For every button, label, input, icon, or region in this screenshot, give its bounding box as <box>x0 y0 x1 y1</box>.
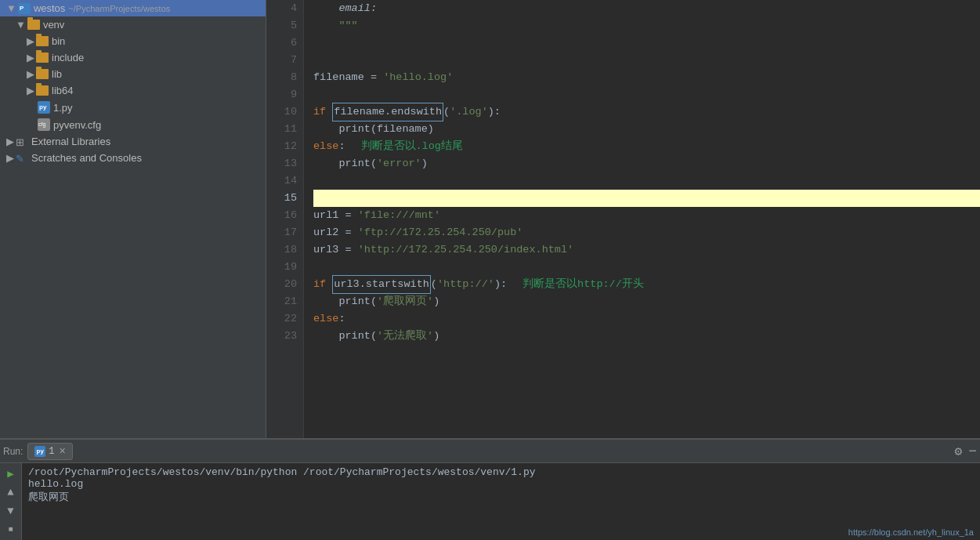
output-line-1: /root/PycharmProjects/westos/venv/bin/py… <box>28 466 974 478</box>
code-line-14 <box>313 172 980 190</box>
scratch-icon: ✎ <box>16 153 28 164</box>
code-text: ) <box>421 155 428 172</box>
sidebar-item-scratches[interactable]: ▶ ✎ Scratches and Consoles <box>0 150 266 166</box>
line-num-23: 23 <box>273 328 297 345</box>
close-tab-button[interactable]: × <box>60 445 66 458</box>
code-text: else <box>313 138 338 155</box>
scroll-up-button[interactable]: ▲ <box>3 485 19 501</box>
line-num-18: 18 <box>273 241 297 259</box>
code-text: '爬取网页' <box>377 293 433 310</box>
line-num-14: 14 <box>273 172 297 190</box>
code-line-12: else: 判断是否以.log结尾 <box>313 138 980 155</box>
code-text: ( <box>431 276 437 293</box>
code-line-21: print('爬取网页') <box>313 293 980 310</box>
sidebar-item-include[interactable]: ▶ include <box>0 49 266 66</box>
arrow-icon: ▼ <box>6 2 16 14</box>
code-text: ( <box>443 103 450 121</box>
code-text: ): <box>494 276 507 293</box>
sidebar-label-scratches: Scratches and Consoles <box>31 152 142 164</box>
line-num-6: 6 <box>273 34 297 52</box>
code-text: '.log' <box>450 103 488 121</box>
code-text: print( <box>313 293 377 310</box>
code-line-10: if filename.endswith('.log'): <box>313 103 980 121</box>
sidebar-item-westos[interactable]: ▼ P westos ~/PycharmProjects/westos <box>0 0 266 16</box>
code-lines[interactable]: email: """ filename = 'hello.log' <box>304 0 980 438</box>
line-num-7: 7 <box>273 52 297 69</box>
code-text: """ <box>313 17 358 34</box>
arrow-icon: ▶ <box>27 68 34 80</box>
code-text: ): <box>488 103 501 121</box>
code-line-22: else: <box>313 310 980 328</box>
sidebar-item-1py[interactable]: 1.py <box>0 99 266 116</box>
line-num-12: 12 <box>273 138 297 155</box>
main-area: ▼ P westos ~/PycharmProjects/westos ▼ ve… <box>0 0 980 438</box>
project-folder-icon: P <box>18 3 31 14</box>
code-text: print( <box>313 328 377 345</box>
arrow-icon: ▶ <box>6 152 14 164</box>
code-text: url1 = <box>313 207 358 224</box>
code-text: 'error' <box>377 155 421 172</box>
line-num-21: 21 <box>273 293 297 310</box>
watermark: https://blog.csdn.net/yh_linux_1a <box>848 527 974 537</box>
folder-icon <box>36 69 49 79</box>
code-line-5: """ <box>313 17 980 34</box>
bottom-content: ▶ ▲ ▼ ■ /root/PycharmProjects/westos/ven… <box>0 463 980 540</box>
code-text: filename.endswith <box>332 103 443 121</box>
stop-button[interactable]: ■ <box>3 522 19 538</box>
code-text: print(filename) <box>313 121 434 138</box>
output-line-2: hello.log <box>28 478 974 490</box>
line-num-22: 22 <box>273 310 297 328</box>
line-num-13: 13 <box>273 155 297 172</box>
line-num-10: 10 <box>273 103 297 121</box>
arrow-icon: ▶ <box>6 136 14 147</box>
line-num-16: 16 <box>273 207 297 224</box>
code-text: 'ftp://172.25.254.250/pub' <box>358 224 523 241</box>
settings-icon[interactable]: ⚙ <box>955 444 963 459</box>
sidebar-label-1py: 1.py <box>53 102 73 114</box>
sidebar-item-lib[interactable]: ▶ lib <box>0 66 266 82</box>
sidebar-item-lib64[interactable]: ▶ lib64 <box>0 82 266 99</box>
code-line-13: print('error') <box>313 155 980 172</box>
code-line-9 <box>313 86 980 103</box>
sidebar-label-lib64: lib64 <box>52 85 73 96</box>
comment-text: 判断是否以http://开头 <box>523 276 644 293</box>
sidebar-item-venv[interactable]: ▼ venv <box>0 16 266 33</box>
sidebar-item-external-libraries[interactable]: ▶ ⊞ External Libraries <box>0 133 266 150</box>
folder-icon <box>36 85 49 96</box>
sidebar-label-external: External Libraries <box>31 136 110 147</box>
code-line-7 <box>313 52 980 69</box>
line-num-8: 8 <box>273 69 297 86</box>
line-num-19: 19 <box>273 259 297 276</box>
run-tab-1[interactable]: py 1 × <box>27 443 73 460</box>
arrow-icon: ▼ <box>16 19 26 31</box>
code-text: url3.startswith <box>332 275 431 294</box>
folder-icon <box>27 20 40 30</box>
code-text: '无法爬取' <box>377 328 433 345</box>
sidebar-item-pyvenv[interactable]: pyvenv.cfg <box>0 116 266 133</box>
arrow-icon: ▶ <box>27 35 34 47</box>
folder-icon <box>36 36 49 46</box>
minimize-icon[interactable]: − <box>968 444 977 459</box>
code-text: email: <box>313 0 377 17</box>
code-text: ) <box>433 328 439 345</box>
python-file-icon <box>38 101 50 114</box>
sidebar-item-bin[interactable]: ▶ bin <box>0 33 266 49</box>
line-num-9: 9 <box>273 86 297 103</box>
arrow-icon: ▶ <box>27 85 34 96</box>
code-text: else <box>313 310 338 328</box>
code-line-23: print('无法爬取') <box>313 328 980 345</box>
sidebar-label-lib: lib <box>52 68 62 80</box>
line-num-5: 5 <box>273 17 297 34</box>
scroll-down-button[interactable]: ▼ <box>3 503 19 519</box>
play-button[interactable]: ▶ <box>3 466 19 482</box>
run-label: Run: <box>3 446 23 457</box>
cfg-file-icon <box>38 118 50 131</box>
tab-python-icon: py <box>34 446 45 457</box>
sidebar-label-venv: venv <box>43 19 64 31</box>
code-line-19 <box>313 259 980 276</box>
folder-icon <box>36 53 49 63</box>
line-num-4: 4 <box>273 0 297 17</box>
project-path: ~/PycharmProjects/westos <box>68 4 170 13</box>
code-line-16: url1 = 'file:///mnt' <box>313 207 980 224</box>
code-text: : <box>338 310 345 328</box>
